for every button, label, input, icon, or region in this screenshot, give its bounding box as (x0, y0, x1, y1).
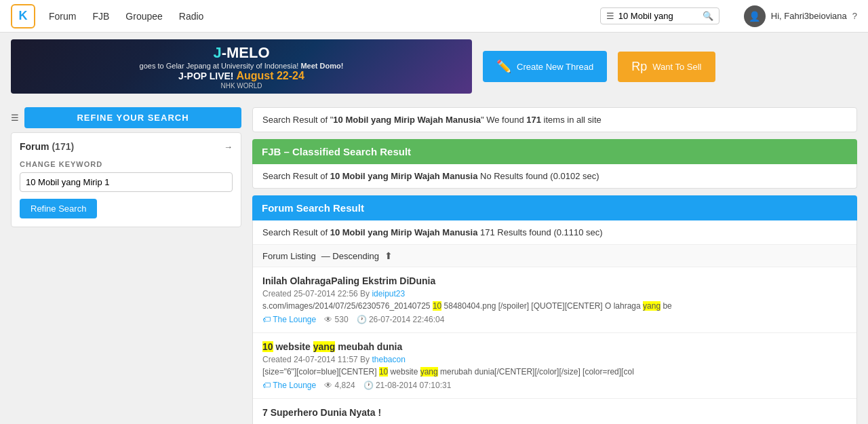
forum-listing-bar: Forum Listing — Descending ⬆ (253, 245, 856, 267)
fjb-body: Search Result of 10 Mobil yang Mirip Waj… (252, 164, 857, 189)
banner-nhk: NHK WORLD (140, 82, 344, 90)
banner: J-MELO goes to Gelar Jepang at Universit… (11, 39, 472, 94)
thread-item: 7 Superhero Dunia Nyata ! (253, 399, 856, 424)
search-input[interactable] (618, 11, 700, 21)
thread-snippet: s.com/images/2014/07/25/6230576_20140725… (262, 301, 847, 311)
username: Hi, Fahri3beioviana (771, 11, 847, 21)
thread-tags: The Lounge 4,824 21-08-2014 07:10:31 (262, 381, 847, 390)
thread-item: 10 website yang meubah dunia Created 24-… (253, 333, 856, 399)
search-area: ☰ 🔍 (600, 7, 719, 24)
fjb-section: FJB – Classified Search Result Search Re… (252, 139, 857, 189)
thread-snippet: [size="6"][color=blue][CENTER] 10 websit… (262, 367, 847, 377)
thread-meta: Created 24-07-2014 11:57 By thebacon (262, 355, 847, 364)
sidebar: ☰ REFINE YOUR SEARCH Forum (171) → CHANG… (11, 107, 241, 227)
thread-title[interactable]: 7 Superhero Dunia Nyata ! (262, 407, 847, 418)
thread-title[interactable]: 10 website yang meubah dunia (262, 341, 847, 352)
sidebar-body: Forum (171) → CHANGE KEYWORD Refine Sear… (11, 132, 241, 227)
keyword-input[interactable] (20, 172, 233, 192)
search-summary: Search Result of "10 Mobil yang Mirip Wa… (252, 107, 857, 132)
banner-title: J-MELO (140, 44, 344, 62)
banner-area: J-MELO goes to Gelar Jepang at Universit… (0, 33, 868, 100)
want-to-sell-button[interactable]: Rp Want To Sell (618, 52, 715, 82)
sort-icon[interactable]: ⬆ (384, 250, 393, 261)
refine-search-button[interactable]: REFINE YOUR SEARCH (24, 107, 241, 128)
thread-tags: The Lounge 530 26-07-2014 22:46:04 (262, 315, 847, 324)
forum-search-header: Forum Search Result (252, 195, 857, 220)
change-keyword-label: CHANGE KEYWORD (20, 160, 233, 168)
thread-meta: Created 25-07-2014 22:56 By ideiput23 (262, 289, 847, 298)
user-area: 👤 Hi, Fahri3beioviana ? (744, 5, 857, 27)
main-layout: ☰ REFINE YOUR SEARCH Forum (171) → CHANG… (0, 100, 868, 424)
thread-author[interactable]: thebacon (372, 355, 405, 364)
thread-author[interactable]: ideiput23 (372, 289, 405, 298)
thread-last-reply: 26-07-2014 22:46:04 (357, 315, 445, 324)
thread-views: 530 (324, 315, 348, 324)
site-logo[interactable]: K (11, 4, 35, 28)
sidebar-top: ☰ REFINE YOUR SEARCH (11, 107, 241, 128)
forum-search-body: Search Result of 10 Mobil yang Mirip Waj… (252, 220, 857, 424)
nav-fjb[interactable]: FJB (92, 11, 109, 22)
navbar: K Forum FJB Groupee Radio ☰ 🔍 👤 Hi, Fahr… (0, 0, 868, 33)
sell-icon: Rp (631, 60, 647, 74)
thread-views: 4,824 (324, 381, 355, 390)
thread-item: Inilah OlahragaPaling Ekstrim DiDunia Cr… (253, 267, 856, 333)
nav-groupee[interactable]: Groupee (125, 11, 162, 22)
thread-last-reply: 21-08-2014 07:10:31 (363, 381, 452, 390)
help-icon[interactable]: ? (852, 11, 857, 21)
avatar: 👤 (744, 5, 766, 27)
forum-search-section: Forum Search Result Search Result of 10 … (252, 195, 857, 424)
nav-forum[interactable]: Forum (49, 11, 76, 22)
thread-title[interactable]: Inilah OlahragaPaling Ekstrim DiDunia (262, 275, 847, 286)
results: Search Result of "10 Mobil yang Mirip Wa… (252, 107, 857, 424)
nav-links: Forum FJB Groupee Radio (49, 11, 203, 22)
refine-search-submit-button[interactable]: Refine Search (20, 199, 97, 218)
hamburger-icon[interactable]: ☰ (606, 11, 614, 21)
banner-subtitle1: goes to Gelar Jepang at University of In… (140, 62, 344, 70)
thread-tag[interactable]: The Lounge (262, 315, 316, 324)
fjb-header: FJB – Classified Search Result (252, 139, 857, 164)
forum-arrow-icon[interactable]: → (224, 142, 233, 152)
pencil-icon: ✏️ (496, 59, 511, 74)
search-icon[interactable]: 🔍 (703, 11, 713, 21)
sidebar-hamburger-icon[interactable]: ☰ (11, 113, 19, 123)
forum-result-info: Search Result of 10 Mobil yang Mirip Waj… (253, 220, 856, 245)
forum-row: Forum (171) → (20, 141, 233, 152)
thread-tag[interactable]: The Lounge (262, 381, 316, 390)
forum-label: Forum (171) (20, 141, 74, 152)
create-thread-button[interactable]: ✏️ Create New Thread (483, 51, 607, 82)
banner-event: J-POP LIVE! August 22-24 (140, 70, 344, 82)
nav-radio[interactable]: Radio (179, 11, 204, 22)
